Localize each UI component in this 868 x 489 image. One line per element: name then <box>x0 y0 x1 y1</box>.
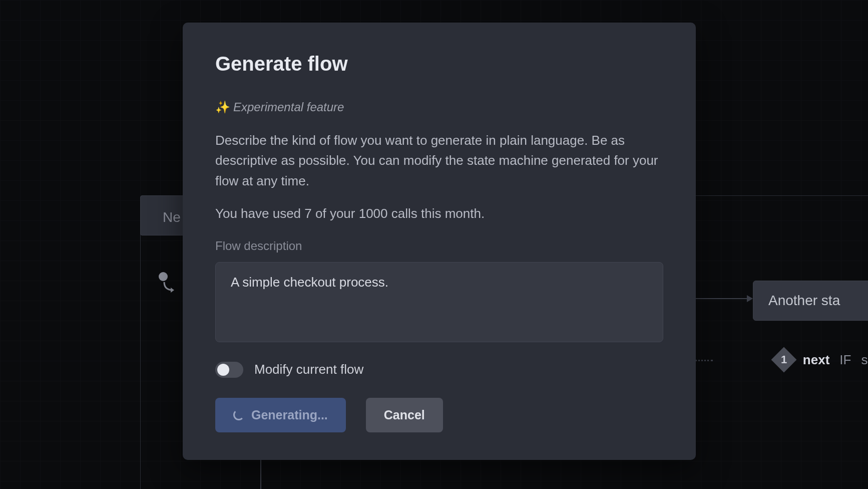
generate-flow-modal: Generate flow ✨ Experimental feature Des… <box>183 23 696 460</box>
cancel-button-label: Cancel <box>384 408 425 422</box>
modify-flow-toggle[interactable] <box>215 362 243 378</box>
modify-flow-toggle-row: Modify current flow <box>215 362 663 378</box>
guard-count: 1 <box>781 353 787 366</box>
generate-button-label: Generating... <box>251 408 328 422</box>
graph-node[interactable]: Another sta <box>753 281 868 321</box>
spinner-icon <box>233 409 244 420</box>
modify-flow-toggle-label: Modify current flow <box>254 362 363 377</box>
generate-button[interactable]: Generating... <box>215 398 346 432</box>
graph-connector-icon <box>163 281 178 296</box>
edge-if-label: IF <box>839 352 851 368</box>
graph-node-label: Ne <box>163 209 181 225</box>
toggle-knob-icon <box>217 364 229 376</box>
experimental-label: Experimental feature <box>233 100 344 114</box>
cancel-button[interactable]: Cancel <box>366 398 443 432</box>
edge-event-label: next <box>803 352 829 368</box>
modal-description: Describe the kind of flow you want to ge… <box>215 130 663 191</box>
experimental-badge: ✨ Experimental feature <box>215 100 663 114</box>
flow-description-input[interactable] <box>215 262 663 342</box>
usage-counter-text: You have used 7 of your 1000 calls this … <box>215 206 663 221</box>
graph-start-dot-icon <box>159 272 168 281</box>
edge-condition-label: some <box>861 352 868 368</box>
graph-edge-label[interactable]: 1 next IF some <box>775 351 868 369</box>
modal-actions: Generating... Cancel <box>215 398 663 432</box>
modal-title: Generate flow <box>215 53 663 75</box>
guard-diamond-icon: 1 <box>771 347 796 373</box>
graph-node-label: Another sta <box>768 293 840 309</box>
sparkle-icon: ✨ <box>215 100 230 114</box>
flow-description-label: Flow description <box>215 239 663 253</box>
